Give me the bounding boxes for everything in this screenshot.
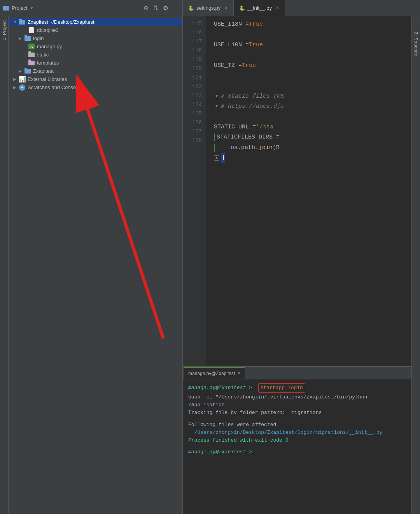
terminal-content: manage.py@Zxapitest > startapp login bas… bbox=[183, 379, 411, 514]
tree-item-extlibs[interactable]: ▶ 📊 External Libraries bbox=[9, 75, 182, 83]
layout-icon[interactable]: ⇅ bbox=[153, 4, 158, 12]
terminal-empty-1 bbox=[188, 417, 406, 421]
terminal-line-1: manage.py@Zxapitest > startapp login bbox=[188, 383, 406, 393]
project-panel-header: Project ▼ ⊕ ⇅ ⚙ — bbox=[0, 0, 183, 16]
project-title: Project bbox=[12, 5, 27, 11]
login-arrow: ▶ bbox=[19, 36, 24, 40]
project-panel: ▼ Zxapitest ~/Desktop/Zxapitest db bbox=[9, 16, 183, 514]
main-content: 1: Project ▼ Zxapitest ~/Desktop/Zxapite… bbox=[0, 16, 420, 514]
static-label: static bbox=[37, 52, 49, 58]
terminal-tab-manage[interactable]: manage.py@Zxapitest ✕ bbox=[184, 367, 245, 379]
terminal-line-3: Tracking file by folder pattern: migrati… bbox=[188, 409, 406, 417]
code-line-122: ▼ # Static files (CS bbox=[214, 91, 411, 102]
code-line-121 bbox=[214, 81, 411, 91]
scratches-icon: ✦ bbox=[19, 85, 26, 90]
top-bar: Project ▼ ⊕ ⇅ ⚙ — 🐍 settings.py ✕ 🐍 __in… bbox=[0, 0, 420, 16]
code-line-124 bbox=[214, 112, 411, 122]
tree-item-scratches[interactable]: ▶ ✦ Scratches and Consoles bbox=[9, 83, 182, 91]
tree-root[interactable]: ▼ Zxapitest ~/Desktop/Zxapitest bbox=[9, 18, 182, 26]
zxapitest-label: Zxapitest bbox=[33, 68, 54, 74]
code-line-127: os.path.join(B bbox=[214, 143, 411, 153]
extlibs-arrow: ▶ bbox=[13, 77, 19, 81]
settings-tab-label: settings.py bbox=[196, 5, 220, 11]
left-sidebar: 1: Project bbox=[0, 16, 9, 514]
code-line-119: USE_TZ = True bbox=[214, 61, 411, 71]
tree-item-manage[interactable]: py manage.py bbox=[9, 42, 182, 51]
db-file-icon bbox=[28, 28, 35, 33]
settings-icon[interactable]: ⚙ bbox=[163, 4, 168, 12]
code-line-116 bbox=[214, 30, 411, 40]
project-dropdown-icon[interactable]: ▼ bbox=[30, 6, 33, 10]
tree-item-db[interactable]: db.sqlite3 bbox=[9, 26, 182, 34]
terminal-prompt-1: manage.py@Zxapitest > bbox=[188, 384, 252, 392]
init-tab-close[interactable]: ✕ bbox=[276, 5, 279, 11]
editor-panel[interactable]: 115 116 117 118 119 120 121 122 123 124 … bbox=[183, 16, 411, 366]
terminal-prompt-2: manage.py@Zxapitest > bbox=[188, 448, 252, 456]
project-folder-icon bbox=[3, 6, 9, 11]
templates-folder-icon bbox=[28, 60, 35, 66]
code-line-123: ▼ # https://docs.dja bbox=[214, 102, 411, 112]
code-line-120 bbox=[214, 71, 411, 81]
terminal-cmd: startapp login bbox=[258, 383, 305, 393]
terminal-tab-bar: manage.py@Zxapitest ✕ bbox=[183, 367, 411, 379]
init-tab-icon: 🐍 bbox=[239, 5, 245, 11]
login-folder-icon bbox=[24, 36, 31, 41]
zxapitest-arrow: ▶ bbox=[19, 69, 24, 73]
static-folder-icon bbox=[28, 52, 35, 58]
tab-settings[interactable]: 🐍 settings.py ✕ bbox=[183, 0, 234, 16]
tab-init[interactable]: 🐍 __init__.py ✕ bbox=[234, 0, 285, 16]
terminal-tab-close[interactable]: ✕ bbox=[237, 371, 241, 376]
terminal-line-2: bash -cl "/Users/zhongxin/.virtualenvs/Z… bbox=[188, 393, 406, 409]
header-icons: ⊕ ⇅ ⚙ — bbox=[144, 4, 179, 12]
minimize-icon[interactable]: — bbox=[173, 4, 179, 12]
left-sidebar-label: 1: Project bbox=[2, 20, 7, 40]
terminal-line-5: /Users/zhongxin/Desktop/Zxapitest/login/… bbox=[188, 429, 406, 437]
terminal-line-7: manage.py@Zxapitest > _ bbox=[188, 448, 406, 456]
project-label[interactable]: Project ▼ bbox=[3, 5, 33, 11]
project-tree: ▼ Zxapitest ~/Desktop/Zxapitest db bbox=[9, 16, 182, 514]
terminal-line-6: Process finished with exit code 0 bbox=[188, 437, 406, 444]
tree-item-zxapitest[interactable]: ▶ Zxapitest bbox=[9, 67, 182, 75]
extlibs-icon: 📊 bbox=[19, 77, 26, 82]
right-sidebar-label: Z: Structure bbox=[414, 32, 418, 56]
tab-bar: 🐍 settings.py ✕ 🐍 __init__.py ✕ bbox=[183, 0, 420, 16]
login-label: login bbox=[33, 35, 44, 41]
terminal-panel: manage.py@Zxapitest ✕ manage.py@Zxapites… bbox=[183, 366, 411, 514]
terminal-empty-2 bbox=[188, 444, 406, 448]
init-tab-label: __init__.py bbox=[247, 5, 272, 11]
terminal-line-4: Following files were affected bbox=[188, 421, 406, 429]
root-folder-icon bbox=[19, 19, 26, 25]
center-area: 115 116 117 118 119 120 121 122 123 124 … bbox=[183, 16, 411, 514]
scratches-label: Scratches and Consoles bbox=[28, 84, 82, 90]
code-line-125: STATIC_URL = '/sta bbox=[214, 122, 411, 132]
tree-item-static[interactable]: static bbox=[9, 51, 182, 59]
code-line-118 bbox=[214, 50, 411, 60]
settings-tab-icon: 🐍 bbox=[188, 5, 194, 11]
code-content: USE_I18N = True USE_L10N = True USE_TZ =… bbox=[206, 16, 411, 366]
code-line-128: ▲ ] bbox=[214, 153, 411, 163]
line-numbers: 115 116 117 118 119 120 121 122 123 124 … bbox=[183, 16, 206, 366]
code-line-126: STATICFILES_DIRS = bbox=[214, 132, 411, 142]
manage-py-icon: py bbox=[28, 44, 35, 49]
tree-item-templates[interactable]: templates bbox=[9, 59, 182, 67]
templates-label: templates bbox=[37, 60, 59, 66]
tree-item-login[interactable]: ▶ login bbox=[9, 34, 182, 42]
scratches-arrow: ▶ bbox=[13, 85, 19, 89]
root-label: Zxapitest ~/Desktop/Zxapitest bbox=[28, 19, 94, 25]
root-arrow: ▼ bbox=[13, 20, 19, 24]
manage-label: manage.py bbox=[37, 44, 62, 49]
editor-and-tree: ▼ Zxapitest ~/Desktop/Zxapitest db bbox=[9, 16, 420, 514]
code-area: 115 116 117 118 119 120 121 122 123 124 … bbox=[183, 16, 411, 366]
terminal-tab-label: manage.py@Zxapitest bbox=[188, 371, 235, 376]
add-content-icon[interactable]: ⊕ bbox=[144, 4, 149, 12]
extlibs-label: External Libraries bbox=[28, 76, 67, 82]
right-sidebar: Z: Structure bbox=[411, 16, 420, 514]
zxapitest-folder-icon bbox=[24, 68, 31, 74]
db-label: db.sqlite3 bbox=[37, 27, 59, 33]
code-line-117: USE_L10N = True bbox=[214, 40, 411, 50]
code-line-115: USE_I18N = True bbox=[214, 19, 411, 30]
settings-tab-close[interactable]: ✕ bbox=[224, 5, 228, 11]
